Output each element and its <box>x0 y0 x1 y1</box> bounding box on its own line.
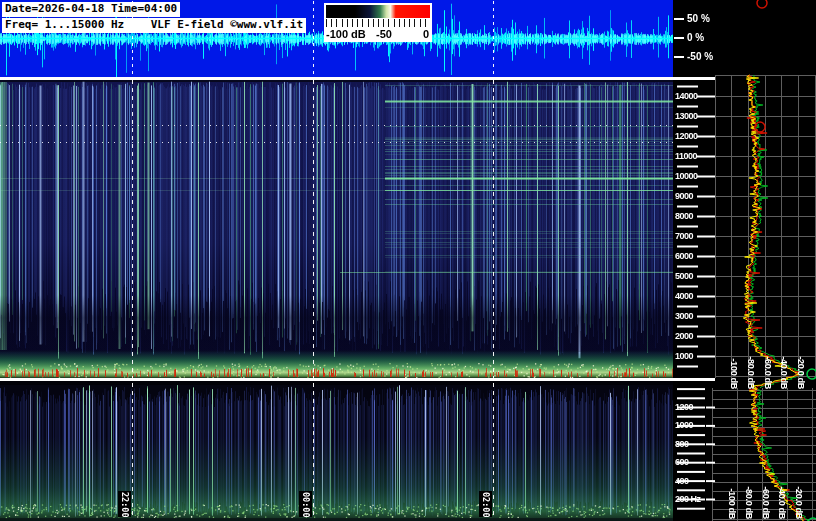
separator-line-bottom <box>0 378 715 381</box>
freq-tick-label: 3000 <box>675 311 693 321</box>
time-marker-text: 02:00 <box>481 492 491 518</box>
freq-tick-label: 1200 <box>675 402 693 412</box>
freq-tick-label: 11000 <box>675 151 697 161</box>
freq-tick-label: 400 <box>675 476 689 486</box>
vlf-monitor-window: Date=2026-04-18 Time=04:00 Freq= 1...150… <box>0 0 816 521</box>
colorbar-mid-label: -50 <box>376 28 392 40</box>
time-marker-label: 00:00 <box>299 491 312 517</box>
amplitude-tick <box>674 37 684 39</box>
amplitude-label: 50 % <box>687 13 710 24</box>
freq-tick-label: 2000 <box>675 331 693 341</box>
time-marker-text: 22:00 <box>120 492 130 518</box>
db-tick-label: -20.0 dB <box>794 467 804 519</box>
freq-tick-label: 200 Hz <box>675 494 701 504</box>
freq-tick-label: 12000 <box>675 131 698 141</box>
db-tick-label: -20.0 dB <box>796 337 806 389</box>
date-time-readout: Date=2026-04-18 Time=04:00 <box>2 2 180 17</box>
colorbar-max-label: 0 <box>423 28 429 40</box>
db-tick-label: -60.0 dB <box>761 467 771 519</box>
freq-tick-label: 4000 <box>675 291 693 301</box>
db-tick-label: -40.0 dB <box>779 337 789 389</box>
freq-tick-label: 1000 <box>675 420 693 430</box>
amplitude-label: 0 % <box>687 32 704 43</box>
freq-tick-label: 10000 <box>675 171 698 181</box>
color-scale-ticks <box>326 19 430 27</box>
time-marker-label: 02:00 <box>479 491 492 517</box>
db-tick-label: -100 dB <box>729 337 739 389</box>
freq-tick-label: 9000 <box>675 191 693 201</box>
freq-tick-label: 13000 <box>675 111 698 121</box>
color-gradient-bar <box>326 5 430 18</box>
freq-tick-label: 6000 <box>675 251 693 261</box>
freq-range-readout: Freq= 1...15000 Hz VLF E-field ©www.vlf.… <box>2 18 306 33</box>
db-tick-label: -80.0 dB <box>744 467 754 519</box>
freq-tick-label: 1000 <box>675 351 693 361</box>
db-tick-label: -40.0 dB <box>777 467 787 519</box>
separator-line-top <box>0 77 715 80</box>
amplitude-label: -50 % <box>687 51 713 62</box>
freq-tick-label: 800 <box>675 439 689 449</box>
freq-tick-label: 8000 <box>675 211 693 221</box>
time-marker-label: 22:00 <box>118 491 131 517</box>
time-marker-text: 00:00 <box>301 492 311 518</box>
colorbar-min-label: -100 dB <box>326 28 366 40</box>
main-spectrogram <box>0 80 673 378</box>
amplitude-tick <box>674 18 684 20</box>
freq-tick-label: 7000 <box>675 231 693 241</box>
db-tick-label: -60.0 dB <box>763 337 773 389</box>
db-tick-label: -100 dB <box>727 467 737 519</box>
color-scale-legend: -100 dB -50 0 <box>324 3 432 42</box>
freq-tick-label: 600 <box>675 457 689 467</box>
freq-tick-label: 14000 <box>675 91 698 101</box>
low-band-spectrogram <box>0 381 673 521</box>
db-tick-label: -80.0 dB <box>746 337 756 389</box>
freq-tick-label: 5000 <box>675 271 693 281</box>
amplitude-tick <box>674 56 684 58</box>
